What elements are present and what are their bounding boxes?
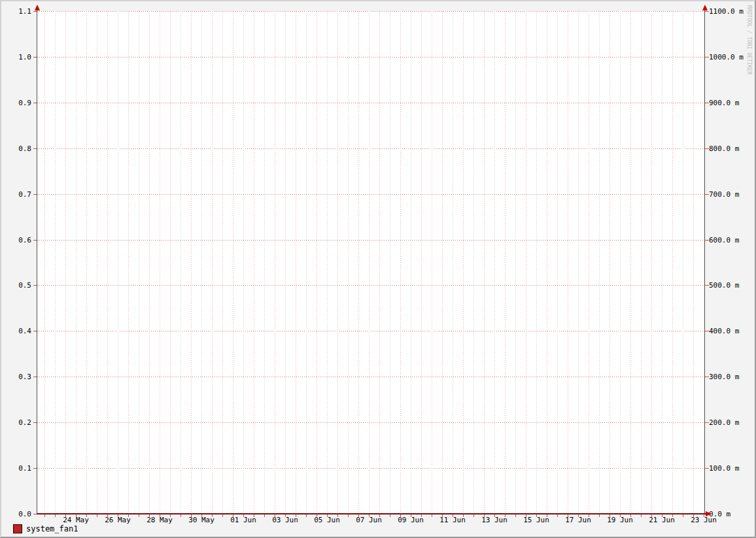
gridline-day bbox=[275, 11, 275, 514]
gridline-day bbox=[463, 11, 464, 514]
y-axis-right-tick-label: 200.0 m bbox=[709, 418, 755, 427]
plot-canvas bbox=[37, 11, 704, 514]
gridline-day bbox=[337, 11, 338, 514]
gridline-day bbox=[672, 11, 673, 514]
gridline-horizontal bbox=[37, 57, 704, 58]
x-axis-tick-label: 05 Jun bbox=[306, 516, 348, 524]
legend-swatch-system-fan1 bbox=[13, 524, 22, 533]
gridline-12h bbox=[180, 11, 181, 514]
gridline-day bbox=[149, 11, 150, 514]
gridline-horizontal bbox=[37, 240, 704, 241]
x-axis-tick-label: 01 Jun bbox=[222, 516, 264, 524]
gridline-day bbox=[212, 11, 213, 514]
gridline-12h bbox=[55, 11, 56, 514]
gridline-12h bbox=[327, 11, 328, 514]
gridline-day bbox=[526, 11, 526, 514]
gridline-12h bbox=[348, 11, 349, 514]
gridline-day bbox=[547, 11, 547, 514]
gridline-day bbox=[505, 11, 506, 514]
y-axis-left-tick-label: 0.3 bbox=[1, 373, 31, 381]
gridline-horizontal bbox=[37, 148, 704, 149]
gridline-12h bbox=[494, 11, 495, 514]
gridline-day bbox=[233, 11, 233, 514]
gridline-day bbox=[107, 11, 108, 514]
gridline-12h bbox=[118, 11, 118, 514]
gridline-12h bbox=[369, 11, 369, 514]
x-axis-arrow-icon bbox=[706, 511, 712, 516]
gridline-day bbox=[254, 11, 254, 514]
x-axis-data-line bbox=[37, 513, 706, 514]
y-axis-left-tick-label: 1.0 bbox=[1, 53, 31, 61]
y-axis-left-tick-label: 0.7 bbox=[1, 190, 31, 199]
gridline-day bbox=[191, 11, 192, 514]
gridline-12h bbox=[97, 11, 97, 514]
y-axis-left-tick-label: 0.8 bbox=[1, 144, 31, 153]
x-axis-tick-label: 11 Jun bbox=[432, 516, 473, 524]
gridline-day bbox=[170, 11, 171, 514]
gridline-day bbox=[421, 11, 422, 514]
gridline-12h bbox=[620, 11, 621, 514]
y-axis-right-tick-label: 900.0 m bbox=[709, 99, 755, 107]
gridline-12h bbox=[662, 11, 662, 514]
legend-label: system_fan1 bbox=[26, 524, 78, 533]
y-axis-left-tick-label: 0.2 bbox=[1, 418, 31, 427]
gridline-12h bbox=[411, 11, 411, 514]
rrdtool-graph: 1.11100.0 m1.01000.0 m0.9900.0 m0.8800.0… bbox=[0, 0, 756, 538]
gridline-day bbox=[358, 11, 359, 514]
gridline-12h bbox=[515, 11, 516, 514]
y-axis-right-tick-label: 700.0 m bbox=[709, 190, 755, 199]
gridline-horizontal bbox=[37, 468, 704, 469]
y-axis-left-tick-label: 0.4 bbox=[1, 327, 31, 335]
x-axis-tick-label: 19 Jun bbox=[599, 516, 641, 524]
gridline-12h bbox=[432, 11, 432, 514]
y-axis-right-tick-label: 500.0 m bbox=[709, 281, 755, 290]
gridline-12h bbox=[599, 11, 600, 514]
y-axis-right-tick-label: 400.0 m bbox=[709, 327, 755, 335]
y-axis-left-tick-label: 0.5 bbox=[1, 281, 31, 290]
gridline-day bbox=[442, 11, 443, 514]
gridline-horizontal bbox=[37, 331, 704, 331]
y-axis-right-tick-label: 600.0 m bbox=[709, 236, 755, 244]
x-axis-tick-label: 07 Jun bbox=[348, 516, 390, 524]
x-axis-tick-label: 30 May bbox=[180, 516, 222, 524]
gridline-day bbox=[44, 11, 45, 514]
gridline-day bbox=[589, 11, 589, 514]
x-axis-tick-label: 03 Jun bbox=[264, 516, 306, 524]
y-axis-left-tick-label: 1.1 bbox=[1, 7, 31, 16]
gridline-day bbox=[630, 11, 631, 514]
gridline-12h bbox=[641, 11, 642, 514]
y-axis-left-tick-label: 0.1 bbox=[1, 464, 31, 473]
gridline-12h bbox=[578, 11, 579, 514]
y-axis-left-arrow-icon bbox=[35, 5, 40, 10]
rrdtool-watermark: RRDTOOL / TOBI OETIKER bbox=[746, 5, 752, 75]
gridline-12h bbox=[683, 11, 683, 514]
x-axis-tick-label: 15 Jun bbox=[515, 516, 557, 524]
gridline-12h bbox=[201, 11, 202, 514]
gridline-day bbox=[568, 11, 568, 514]
gridline-day bbox=[651, 11, 652, 514]
y-axis-right-tick-label: 300.0 m bbox=[709, 373, 755, 381]
gridline-12h bbox=[557, 11, 558, 514]
y-axis-left-line bbox=[37, 10, 37, 514]
gridline-horizontal bbox=[37, 422, 704, 423]
x-axis-tick-label: 09 Jun bbox=[390, 516, 432, 524]
x-axis-tick-label: 23 Jun bbox=[683, 516, 725, 524]
x-axis-tick-label: 21 Jun bbox=[641, 516, 683, 524]
gridline-day bbox=[296, 11, 296, 514]
gridline-12h bbox=[306, 11, 307, 514]
gridline-12h bbox=[139, 11, 139, 514]
gridline-horizontal bbox=[37, 11, 704, 12]
x-axis-tick bbox=[44, 514, 45, 517]
gridline-day bbox=[400, 11, 401, 514]
gridline-horizontal bbox=[37, 103, 704, 103]
x-axis-tick-label: 13 Jun bbox=[473, 516, 515, 524]
gridline-12h bbox=[453, 11, 453, 514]
gridline-day bbox=[484, 11, 485, 514]
gridline-12h bbox=[285, 11, 286, 514]
x-axis-tick-label: 28 May bbox=[139, 516, 180, 524]
gridline-12h bbox=[222, 11, 223, 514]
gridline-day bbox=[128, 11, 129, 514]
x-axis-tick-label: 17 Jun bbox=[557, 516, 599, 524]
y-axis-right-tick-label: 100.0 m bbox=[709, 464, 755, 473]
gridline-12h bbox=[264, 11, 265, 514]
